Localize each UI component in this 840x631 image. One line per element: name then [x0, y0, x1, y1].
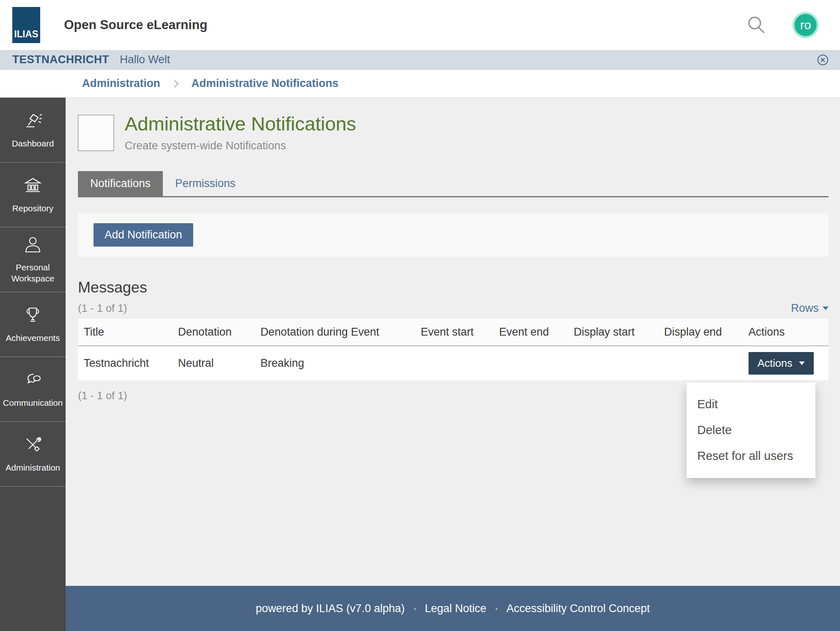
accessibility-link[interactable]: Accessibility Control Concept	[507, 602, 650, 615]
column-header-display-end: Display end	[658, 319, 743, 346]
tab-bar: Notifications Permissions	[78, 171, 829, 197]
chat-bubbles-icon	[23, 370, 43, 392]
menu-item-reset-for-all-users[interactable]: Reset for all users	[687, 443, 815, 469]
footer-separator: ·	[413, 602, 417, 615]
legal-notice-link[interactable]: Legal Notice	[425, 602, 486, 615]
chevron-right-icon	[171, 80, 179, 88]
main-sidebar: Dashboard Repository Personal Workspace	[0, 98, 66, 631]
app-title: Open Source eLearning	[64, 18, 208, 32]
top-header: ILIAS Open Source eLearning ro	[0, 0, 840, 50]
menu-item-delete[interactable]: Delete	[687, 417, 815, 443]
tab-permissions[interactable]: Permissions	[163, 171, 248, 196]
trophy-icon	[23, 305, 43, 327]
system-notification-banner: TESTNACHRICHT Hallo Welt	[0, 50, 840, 70]
sidebar-item-personal-workspace[interactable]: Personal Workspace	[0, 227, 66, 292]
sidebar-item-communication[interactable]: Communication	[0, 357, 66, 422]
cell-display-start	[568, 346, 658, 380]
result-count-top: (1 - 1 of 1)	[78, 302, 127, 315]
column-header-actions: Actions	[743, 319, 829, 346]
rows-label: Rows	[791, 302, 819, 315]
sidebar-item-label: Personal Workspace	[2, 262, 64, 284]
chevron-down-icon	[799, 361, 805, 365]
close-icon[interactable]	[816, 53, 829, 66]
lamp-icon	[23, 111, 43, 133]
actions-dropdown-button[interactable]: Actions	[749, 352, 814, 375]
main-content: Administrative Notifications Create syst…	[66, 98, 840, 586]
sidebar-item-repository[interactable]: Repository	[0, 162, 66, 227]
banner-title: TESTNACHRICHT	[12, 53, 109, 66]
cell-denotation: Neutral	[172, 346, 255, 380]
table-row: Testnachricht Neutral Breaking Actions	[78, 346, 829, 380]
toolbar: Add Notification	[78, 213, 829, 257]
chevron-down-icon	[823, 306, 829, 310]
actions-dropdown-menu: Edit Delete Reset for all users	[687, 382, 815, 478]
column-header-event-start: Event start	[415, 319, 493, 346]
cell-event-end	[493, 346, 568, 380]
sidebar-item-label: Administration	[5, 462, 60, 473]
column-header-title: Title	[78, 319, 172, 346]
messages-table: Title Denotation Denotation during Event…	[78, 319, 829, 380]
cell-event-start	[415, 346, 493, 380]
rows-dropdown[interactable]: Rows	[791, 302, 829, 315]
cell-display-end	[658, 346, 743, 380]
breadcrumb-administration[interactable]: Administration	[82, 77, 160, 90]
tools-icon	[23, 435, 43, 457]
search-icon[interactable]	[746, 15, 766, 35]
table-header-row: Title Denotation Denotation during Event…	[78, 319, 829, 346]
messages-heading: Messages	[78, 279, 829, 296]
tab-notifications[interactable]: Notifications	[78, 171, 163, 196]
column-header-denotation: Denotation	[172, 319, 255, 346]
actions-button-label: Actions	[758, 357, 792, 370]
cell-title: Testnachricht	[78, 346, 172, 380]
column-header-event-end: Event end	[493, 319, 568, 346]
sidebar-item-administration[interactable]: Administration	[0, 422, 66, 487]
header-actions: ro	[746, 12, 819, 38]
avatar-initials: ro	[800, 18, 811, 32]
avatar[interactable]: ro	[792, 12, 819, 38]
add-notification-button[interactable]: Add Notification	[94, 223, 193, 247]
cell-denotation-during-event: Breaking	[255, 346, 415, 380]
banner-message: Hallo Welt	[120, 53, 170, 66]
sidebar-item-label: Repository	[12, 203, 53, 214]
cell-actions: Actions Edit Delete Reset for all users	[743, 346, 829, 380]
page-subtitle: Create system-wide Notifications	[125, 139, 356, 152]
sidebar-item-label: Achievements	[6, 333, 60, 343]
page-footer: powered by ILIAS (v7.0 alpha) · Legal No…	[66, 586, 840, 631]
logo-text: ILIAS	[14, 29, 39, 40]
column-header-display-start: Display start	[568, 319, 658, 346]
bank-icon	[23, 176, 43, 198]
person-icon	[23, 235, 43, 257]
sidebar-item-label: Communication	[3, 398, 63, 408]
page-header: Administrative Notifications Create syst…	[78, 113, 829, 152]
powered-by-text: powered by ILIAS (v7.0 alpha)	[256, 602, 405, 615]
sidebar-item-achievements[interactable]: Achievements	[0, 292, 66, 357]
menu-item-edit[interactable]: Edit	[687, 391, 815, 417]
sidebar-item-label: Dashboard	[12, 138, 54, 149]
page-title: Administrative Notifications	[125, 113, 356, 135]
footer-separator: ·	[495, 602, 498, 615]
column-header-denotation-during-event: Denotation during Event	[255, 319, 415, 346]
breadcrumb: Administration Administrative Notificati…	[0, 70, 840, 98]
sidebar-item-dashboard[interactable]: Dashboard	[0, 98, 66, 162]
breadcrumb-administrative-notifications[interactable]: Administrative Notifications	[192, 77, 339, 90]
ilias-logo[interactable]: ILIAS	[12, 7, 40, 43]
object-icon-placeholder	[78, 115, 114, 151]
